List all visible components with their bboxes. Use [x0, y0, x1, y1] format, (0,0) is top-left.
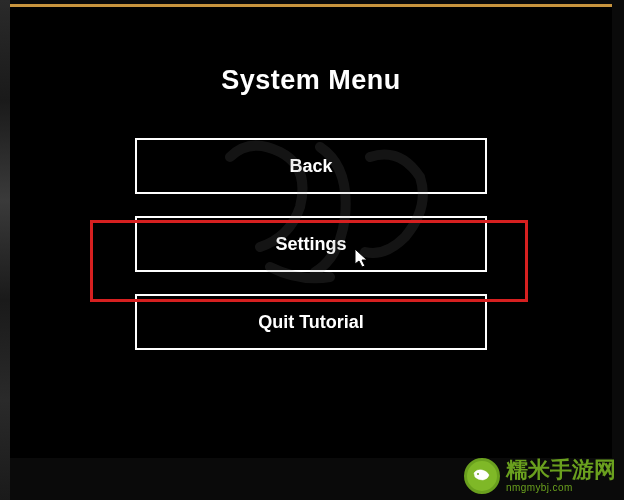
- site-watermark: 糯米手游网 nmgmybj.com: [464, 458, 616, 494]
- svg-point-0: [477, 473, 479, 475]
- quit-tutorial-button[interactable]: Quit Tutorial: [135, 294, 487, 350]
- menu-title: System Menu: [221, 65, 401, 96]
- site-logo-text: 糯米手游网 nmgmybj.com: [506, 459, 616, 493]
- background-strip: [0, 0, 10, 500]
- site-url: nmgmybj.com: [506, 483, 616, 493]
- back-button-label: Back: [289, 156, 332, 177]
- site-logo-icon: [464, 458, 500, 494]
- site-name-cn: 糯米手游网: [506, 459, 616, 481]
- game-menu-window: System Menu Back Settings Quit Tutorial: [10, 4, 612, 458]
- settings-button[interactable]: Settings: [135, 216, 487, 272]
- quit-button-label: Quit Tutorial: [258, 312, 364, 333]
- back-button[interactable]: Back: [135, 138, 487, 194]
- settings-button-label: Settings: [275, 234, 346, 255]
- system-menu-container: System Menu Back Settings Quit Tutorial: [121, 65, 501, 372]
